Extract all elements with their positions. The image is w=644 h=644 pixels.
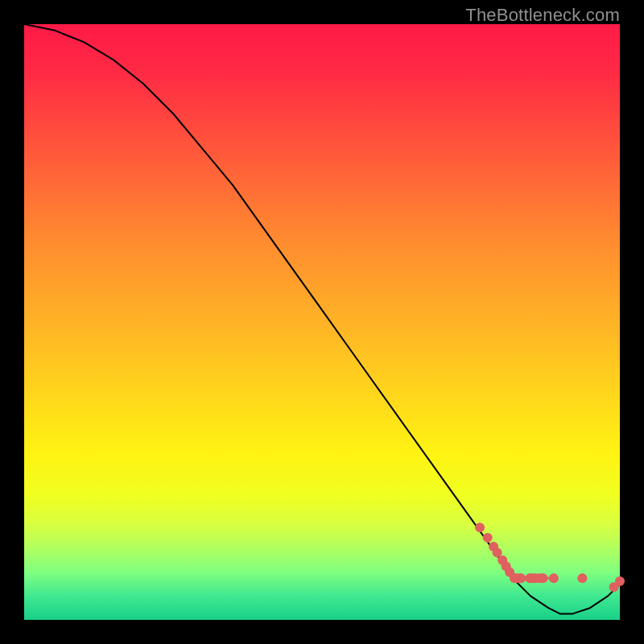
watermark-text: TheBottleneck.com [465,5,620,26]
data-marker [475,522,485,532]
data-marker [516,573,526,583]
data-marker [615,576,625,586]
series-curve [24,24,620,614]
plot-area [24,24,620,620]
data-marker [549,573,559,583]
data-marker [539,573,548,583]
data-marker [483,533,493,543]
chart-svg [24,24,620,620]
data-marker [577,573,587,583]
chart-stage: TheBottleneck.com [0,0,644,644]
